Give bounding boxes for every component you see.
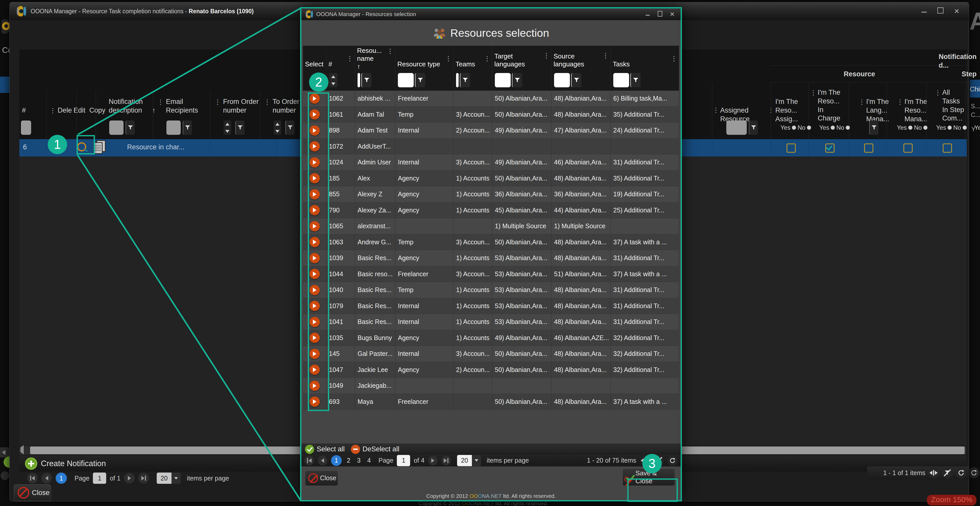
im-assigned-checkbox[interactable] bbox=[787, 143, 796, 153]
background-selected-row-fragment bbox=[0, 76, 10, 93]
background-s-fragment: S... bbox=[971, 103, 980, 110]
col-menu-icon[interactable]: ⋮ bbox=[215, 98, 221, 106]
annotation-save-close-rect bbox=[627, 479, 678, 502]
background-scroll-left-fragment bbox=[0, 447, 9, 458]
from-order-spinner[interactable] bbox=[224, 121, 231, 135]
background-c-fragment: C... bbox=[971, 111, 980, 118]
background-chi-fragment: Chi... bbox=[970, 80, 980, 97]
num-filter-input[interactable] bbox=[21, 121, 31, 135]
main-grid-status-bar: 1 - 1 of 1 items bbox=[867, 466, 969, 479]
col-header-im-in-charge[interactable]: I'm The Reso... In Charge bbox=[818, 88, 840, 123]
col-menu-icon[interactable]: ⋮ bbox=[157, 98, 164, 106]
main-close-button[interactable]: Close bbox=[14, 484, 51, 501]
prev-page-icon[interactable] bbox=[41, 473, 52, 484]
next-page-icon[interactable] bbox=[124, 473, 135, 484]
to-order-funnel-icon[interactable] bbox=[285, 121, 294, 135]
zoom-level-badge: Zoom 150% bbox=[927, 495, 977, 506]
ooona-logo-icon bbox=[16, 6, 27, 17]
im-mana-checkbox[interactable] bbox=[904, 143, 913, 153]
email-filter-input[interactable] bbox=[166, 121, 181, 135]
items-count-label: 1 - 1 of 1 items bbox=[883, 469, 925, 477]
last-page-icon[interactable] bbox=[138, 473, 149, 484]
col-menu-icon[interactable]: ⋮ bbox=[768, 106, 774, 114]
im-lang-funnel-icon[interactable] bbox=[869, 121, 878, 135]
page-of-label: of 1 bbox=[110, 474, 121, 482]
col-header-im-assigned[interactable]: I'm The Reso... Assig... bbox=[775, 97, 798, 123]
col-header-copy[interactable]: Copy bbox=[89, 106, 105, 115]
group-header-step: Step bbox=[962, 70, 977, 79]
annotation-select-column-rect bbox=[308, 92, 329, 411]
clear-filter-icon[interactable] bbox=[942, 467, 953, 479]
notification-description-cell: Resource in char... bbox=[127, 143, 185, 151]
background-ooona-logo-fragment bbox=[0, 18, 11, 35]
col-menu-icon[interactable]: ⋮ bbox=[935, 89, 941, 97]
background-refresh-icon bbox=[968, 467, 980, 479]
email-filter-funnel-icon[interactable] bbox=[183, 121, 192, 135]
description-filter-funnel-icon[interactable] bbox=[126, 121, 135, 135]
col-header-im-mana[interactable]: I'm The Reso... Mana... bbox=[904, 97, 928, 123]
background-letter-a: A bbox=[969, 7, 980, 35]
close-no-entry-icon bbox=[18, 487, 29, 499]
col-menu-icon[interactable]: ⋮ bbox=[810, 89, 817, 97]
to-order-spinner[interactable] bbox=[274, 121, 281, 135]
group-header-resource: Resource bbox=[844, 70, 875, 79]
items-per-page-label: items per page bbox=[187, 474, 229, 482]
page-label: Page bbox=[75, 474, 89, 482]
description-filter-input[interactable] bbox=[109, 121, 124, 135]
annotation-copy-rect bbox=[76, 135, 95, 154]
col-menu-icon[interactable]: ⋮ bbox=[859, 98, 865, 106]
row-number: 6 bbox=[23, 143, 27, 151]
col-header-description[interactable]: Notification description bbox=[109, 97, 143, 115]
group-header-notification: Notification d... bbox=[939, 53, 977, 70]
main-minimize-icon[interactable] bbox=[920, 7, 928, 15]
scrollbar-left-icon[interactable] bbox=[21, 447, 24, 452]
background-first-page-fragment bbox=[0, 471, 9, 480]
col-header-edit[interactable]: Edit bbox=[73, 106, 86, 115]
assigned-resource-filter-input[interactable] bbox=[726, 121, 747, 135]
refresh-icon[interactable] bbox=[956, 467, 967, 479]
annotation-circle-2: 2 bbox=[309, 73, 328, 92]
annotation-dialog-outline bbox=[300, 7, 682, 501]
all-tasks-yesno-filter[interactable]: YesNo bbox=[936, 124, 967, 131]
im-mana-yesno-filter[interactable]: YesNo bbox=[897, 124, 928, 131]
col-menu-icon[interactable]: ⋮ bbox=[49, 107, 56, 115]
page-input[interactable]: 1 bbox=[93, 473, 106, 484]
col-header-email[interactable]: Email Recipients bbox=[166, 97, 198, 115]
main-maximize-icon[interactable] bbox=[936, 7, 945, 15]
main-window-title: OOONA Manager - Resource Task completion… bbox=[30, 8, 254, 15]
col-header-dele[interactable]: Dele bbox=[58, 106, 72, 115]
im-in-charge-yesno-filter[interactable]: YesNo bbox=[819, 124, 850, 131]
current-page-button[interactable]: 1 bbox=[56, 473, 67, 484]
im-in-charge-checkbox[interactable] bbox=[825, 143, 835, 153]
items-per-page-dropdown-icon[interactable] bbox=[172, 473, 181, 484]
first-page-icon[interactable] bbox=[27, 473, 38, 484]
im-lang-checkbox[interactable] bbox=[864, 143, 873, 153]
items-per-page-select[interactable]: 20 bbox=[157, 473, 172, 484]
col-header-all-tasks[interactable]: All Tasks In Step Com... bbox=[942, 88, 964, 123]
annotation-circle-3: 3 bbox=[642, 454, 662, 473]
main-pagination: 1 Page 1 of 1 20 items per page bbox=[27, 473, 229, 484]
column-resize-icon[interactable] bbox=[928, 467, 939, 479]
col-menu-icon[interactable]: ⋮ bbox=[897, 98, 904, 106]
annotation-circle-1: 1 bbox=[48, 135, 67, 154]
create-notification-button[interactable]: Create Notification bbox=[41, 459, 106, 468]
col-menu-icon[interactable]: ⋮ bbox=[264, 98, 270, 106]
all-tasks-checkbox[interactable] bbox=[943, 143, 952, 153]
col-header-from-order[interactable]: From Order number bbox=[223, 97, 259, 115]
main-close-icon[interactable]: ✕ bbox=[953, 7, 961, 15]
col-menu-icon[interactable]: ⋮ bbox=[713, 106, 719, 114]
col-header-im-lang[interactable]: I'm The Lang... Mana... bbox=[866, 97, 889, 123]
col-header-to-order[interactable]: To Order number bbox=[272, 97, 299, 115]
plus-icon[interactable] bbox=[25, 458, 37, 470]
col-header-num[interactable]: # bbox=[22, 106, 26, 115]
from-order-funnel-icon[interactable] bbox=[235, 121, 245, 135]
im-assigned-yesno-filter[interactable]: YesNo bbox=[780, 124, 811, 131]
clipped-yesno-filter: Yes bbox=[974, 124, 980, 131]
copy-icon[interactable] bbox=[94, 142, 105, 154]
assigned-resource-funnel-icon[interactable] bbox=[749, 121, 758, 135]
